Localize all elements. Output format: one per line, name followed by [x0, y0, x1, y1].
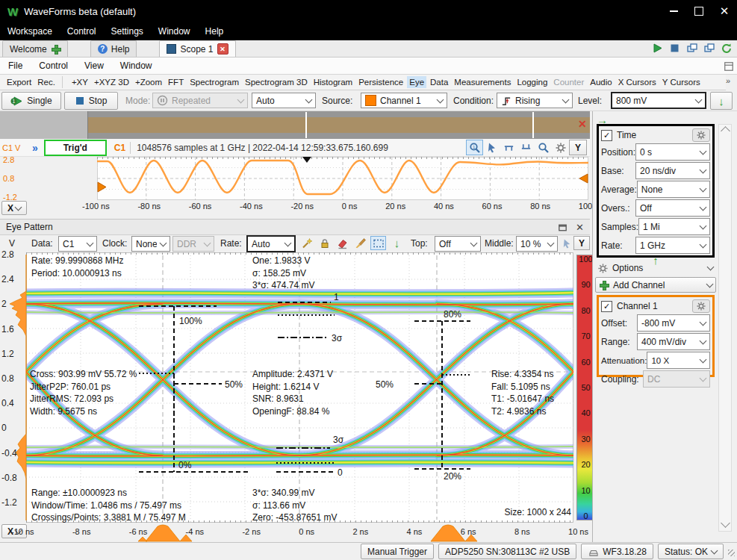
expand-icon[interactable]: » — [32, 142, 38, 154]
time-settings-gear-icon[interactable] — [692, 128, 710, 142]
apply-level-button[interactable]: ↓ — [710, 92, 733, 110]
rate-dropdown[interactable]: 1 GHz — [635, 237, 710, 254]
average-dropdown[interactable]: None — [637, 181, 710, 198]
single-button[interactable]: 1 Single — [1, 92, 61, 110]
trigger-position-handle[interactable] — [305, 112, 307, 138]
view-tab--xy[interactable]: +XY — [69, 76, 90, 88]
y-axis-button[interactable]: Y — [569, 140, 587, 155]
device-button[interactable]: ADP5250 SN:308113C #2 USB — [438, 544, 576, 559]
oversampling-dropdown[interactable]: Off — [635, 199, 710, 217]
coupling-dropdown[interactable]: DC — [643, 370, 710, 388]
panel-menu-icon[interactable] — [721, 59, 736, 73]
pointer-tool-icon[interactable] — [483, 140, 500, 155]
status-button[interactable]: Status: OK — [658, 544, 724, 559]
view-tab-y-cursors[interactable]: Y Cursors — [660, 76, 703, 88]
slider-band[interactable] — [88, 117, 590, 133]
eye-data-dropdown[interactable]: C1 — [58, 236, 97, 252]
view-tab-x-cursors[interactable]: X Cursors — [616, 76, 659, 88]
close-panel-icon[interactable]: ✕ — [571, 220, 588, 235]
window-cascade-icon[interactable] — [700, 40, 718, 57]
view-tab-eye[interactable]: Eye — [407, 76, 426, 88]
mode-dropdown[interactable]: Repeated — [152, 93, 248, 108]
auto-measure-wand-icon[interactable] — [299, 236, 314, 250]
view-tab-data[interactable]: Data — [428, 76, 450, 88]
plot-settings-gear-icon[interactable] — [552, 140, 569, 155]
eye-middle-dropdown[interactable]: 10 % — [516, 236, 558, 252]
options-row[interactable]: Options — [595, 261, 716, 276]
sync-settings-icon[interactable] — [718, 40, 735, 57]
view-tab--zoom[interactable]: +Zoom — [133, 76, 164, 88]
channel1-settings-gear-icon[interactable] — [692, 299, 710, 313]
mini-scope-plot[interactable] — [75, 157, 590, 200]
scope-menu-file[interactable]: File — [0, 58, 31, 73]
view-tab-rec-[interactable]: Rec. — [35, 76, 63, 88]
tab-welcome[interactable]: Welcome — [2, 40, 68, 57]
close-button[interactable]: ✕ — [712, 2, 737, 20]
run-all-button[interactable] — [649, 40, 666, 57]
channel1-checkbox[interactable]: ✓ — [601, 301, 612, 312]
scope-menu-view[interactable]: View — [76, 58, 112, 73]
close-tab-icon[interactable]: ✕ — [217, 43, 228, 55]
attenuation-dropdown[interactable]: 10 X — [647, 352, 710, 369]
channel-offset-marker[interactable] — [98, 182, 106, 192]
float-panel-icon[interactable] — [554, 220, 571, 235]
menu-item-control[interactable]: Control — [60, 24, 104, 39]
scrollbar-up-icon[interactable] — [721, 126, 730, 136]
offset-dropdown[interactable]: -800 mV — [637, 314, 710, 332]
view-tab-counter[interactable]: Counter — [551, 76, 586, 88]
scrollbar-down-icon[interactable] — [721, 518, 730, 528]
view-tab-logging[interactable]: Logging — [514, 76, 550, 88]
eye-rate-dropdown[interactable]: Auto — [246, 235, 296, 252]
magnify-icon[interactable] — [535, 140, 552, 155]
menu-item-settings[interactable]: Settings — [104, 24, 151, 39]
buffer-position-slider[interactable] — [0, 111, 590, 139]
clear-brush-icon[interactable] — [352, 236, 368, 250]
lock-icon[interactable] — [317, 236, 332, 250]
right-panel-scrollbar[interactable] — [718, 124, 732, 532]
range-dropdown[interactable]: 400 mV/div — [637, 333, 710, 350]
apply-down-icon[interactable]: ↓ — [389, 236, 405, 250]
menu-item-help[interactable]: Help — [198, 24, 231, 39]
menu-item-workspace[interactable]: Workspace — [0, 24, 60, 39]
tab-help[interactable]: ? Help — [90, 40, 137, 57]
view-tab-spectrogram[interactable]: Spectrogram — [187, 76, 241, 88]
y-cursor-tool-icon[interactable] — [517, 140, 535, 155]
manual-trigger-button[interactable]: Manual Trigger — [361, 544, 434, 559]
scope-menu-window[interactable]: Window — [112, 58, 161, 73]
base-dropdown[interactable]: 20 ns/div — [635, 162, 710, 179]
view-tab-histogram[interactable]: Histogram — [311, 76, 355, 88]
menu-item-window[interactable]: Window — [151, 24, 198, 39]
eye-top-dropdown[interactable]: Off — [435, 236, 481, 252]
zoom-tool-icon[interactable]: 1 — [466, 140, 483, 155]
trigger-level-marker[interactable] — [579, 174, 588, 183]
view-tab--xyz-3d[interactable]: +XYZ 3D — [92, 76, 131, 88]
maximize-button[interactable] — [686, 2, 712, 20]
erase-icon[interactable] — [335, 236, 350, 250]
stop-all-button[interactable] — [666, 40, 683, 57]
resize-grip[interactable] — [728, 550, 735, 556]
position-dropdown[interactable]: 0 s — [635, 143, 710, 161]
view-tab-audio[interactable]: Audio — [588, 76, 614, 88]
samples-dropdown[interactable]: 1 Mi — [638, 218, 710, 235]
source-dropdown[interactable]: Channel 1 — [361, 93, 447, 108]
eye-ddr-dropdown[interactable]: DDR — [172, 236, 214, 252]
scope-menu-control[interactable]: Control — [31, 58, 76, 73]
view-tab-fft[interactable]: FFT — [166, 76, 186, 88]
view-tab-measurements[interactable]: Measurements — [452, 76, 513, 88]
stop-button[interactable]: Stop — [64, 92, 118, 110]
version-button[interactable]: WF3.18.28 — [581, 544, 653, 559]
view-tab-spectrogram-3d[interactable]: Spectrogram 3D — [243, 76, 310, 88]
level-dropdown[interactable]: 800 mV — [611, 92, 706, 109]
view-tab-export[interactable]: Export — [4, 76, 34, 88]
close-zoom-icon[interactable]: ✕ — [578, 118, 587, 130]
select-region-icon[interactable] — [370, 236, 386, 250]
view-tabs-overflow[interactable]: » — [726, 76, 730, 85]
add-instrument-icon[interactable] — [51, 44, 60, 54]
view-position-handle[interactable] — [532, 112, 534, 138]
tab-scope-1[interactable]: Scope 1 ✕ — [159, 40, 235, 57]
window-layout-icon[interactable] — [683, 40, 700, 57]
view-tab-persistence[interactable]: Persistence — [356, 76, 405, 88]
condition-dropdown[interactable]: Rising — [497, 93, 573, 108]
x-cursor-tool-icon[interactable] — [500, 140, 517, 155]
minimize-button[interactable] — [661, 2, 686, 20]
